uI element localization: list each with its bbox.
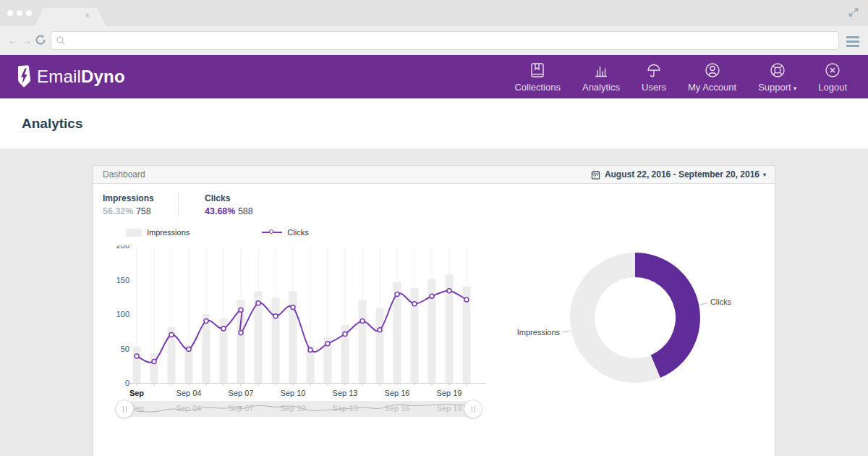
svg-text:Sep 10: Sep 10 <box>281 389 306 397</box>
svg-text:Clicks: Clicks <box>710 297 732 306</box>
account-icon <box>704 62 721 79</box>
nav-label: Support▾ <box>758 82 796 93</box>
page-title: Analytics <box>22 116 82 132</box>
nav-label: Analytics <box>582 82 620 93</box>
svg-text:Sep 16: Sep 16 <box>385 389 410 397</box>
nav-menu: Collections Analytics Users M <box>503 62 858 93</box>
slider-tick-label: Sep 07 <box>229 404 254 413</box>
bolt-pin-icon <box>14 65 33 88</box>
nav-label: Logout <box>818 82 847 93</box>
drag-handle-icon <box>123 406 127 413</box>
stat-clicks: Clicks 43.68% 588 <box>192 193 267 216</box>
nav-item-my-account[interactable]: My Account <box>677 62 747 93</box>
slider-tick-label: Sep 16 <box>385 404 410 413</box>
date-range-label: August 22, 2016 - September 20, 2016 <box>605 169 760 180</box>
window-dot-icon[interactable] <box>26 10 32 16</box>
bar-chart-icon <box>592 62 610 79</box>
reload-icon[interactable] <box>34 33 47 46</box>
svg-text:Sep 04: Sep 04 <box>176 389 202 397</box>
dashboard-card: Dashboard August 22, 2016 - September 20… <box>93 165 775 456</box>
stats-summary: Impressions 56.32% 758 Clicks 43.68% 588 <box>103 193 267 216</box>
nav-item-users[interactable]: Users <box>631 62 677 93</box>
stat-impressions: Impressions 56.32% 758 <box>103 193 178 216</box>
date-range-picker[interactable]: August 22, 2016 - September 20, 2016 ▾ <box>591 169 766 180</box>
stat-percent: 56.32% <box>103 206 133 216</box>
browser-tab[interactable]: × <box>35 8 106 26</box>
slider-tick-label: Sep 04 <box>176 404 202 413</box>
back-button-icon[interactable]: ← <box>7 34 18 47</box>
page-content: Dashboard August 22, 2016 - September 20… <box>0 148 868 456</box>
page-header: Analytics <box>0 98 868 148</box>
slider-handle-left[interactable] <box>115 400 134 418</box>
collections-icon <box>529 62 546 79</box>
window-dot-icon[interactable] <box>17 10 22 16</box>
nav-item-logout[interactable]: Logout <box>807 62 858 93</box>
chevron-down-icon: ▾ <box>763 172 766 178</box>
stat-label: Clicks <box>205 193 267 203</box>
nav-label: My Account <box>688 82 736 93</box>
slider-tick-label: Sep 19 <box>437 404 462 413</box>
slider-handle-right[interactable] <box>464 400 482 418</box>
nav-label: Users <box>642 82 666 93</box>
line-swatch-icon <box>262 232 282 233</box>
app-navbar: EmailDyno Collections Analytics <box>0 55 868 98</box>
legend-item-impressions[interactable]: Impressions <box>126 228 190 237</box>
logout-icon <box>824 62 841 79</box>
window-controls[interactable] <box>7 10 32 16</box>
nav-label: Collections <box>514 82 561 93</box>
range-slider[interactable]: SepSep 04Sep 07Sep 10Sep 13Sep 16Sep 19 <box>116 401 480 417</box>
lifebuoy-icon <box>769 62 786 79</box>
svg-text:Sep 07: Sep 07 <box>229 389 254 397</box>
combo-chart: 050100150200SepSep 04Sep 07Sep 10Sep 13S… <box>108 245 502 401</box>
chart-legend: Impressions Clicks <box>126 228 309 237</box>
search-icon <box>56 35 66 46</box>
forward-button-icon[interactable]: → <box>21 34 32 47</box>
divider <box>178 193 179 216</box>
chevron-down-icon: ▾ <box>793 85 797 92</box>
browser-top-bar: × <box>0 0 868 26</box>
stat-value: 758 <box>136 206 151 216</box>
svg-text:Impressions: Impressions <box>517 328 561 337</box>
svg-text:0: 0 <box>125 379 129 387</box>
svg-text:Sep 13: Sep 13 <box>333 389 358 397</box>
stat-label: Impressions <box>103 193 178 203</box>
address-input[interactable] <box>51 31 839 50</box>
svg-text:150: 150 <box>116 276 129 284</box>
slider-tick-label: Sep 10 <box>281 404 306 413</box>
nav-item-support[interactable]: Support▾ <box>747 62 807 93</box>
svg-text:Sep 19: Sep 19 <box>437 389 462 397</box>
svg-text:50: 50 <box>121 345 129 353</box>
legend-item-clicks[interactable]: Clicks <box>262 228 308 237</box>
brand-logo[interactable]: EmailDyno <box>14 65 125 88</box>
donut-chart: ClicksImpressions <box>498 238 776 397</box>
drag-handle-icon <box>472 406 475 413</box>
svg-text:100: 100 <box>116 310 129 318</box>
brand-name: EmailDyno <box>37 67 125 87</box>
legend-label: Impressions <box>147 228 190 237</box>
card-title: Dashboard <box>103 169 145 180</box>
browser-address-bar: ← → <box>0 26 868 55</box>
window-dot-icon[interactable] <box>7 10 13 16</box>
svg-text:200: 200 <box>116 245 129 250</box>
stat-percent: 43.68% <box>205 206 235 216</box>
calendar-icon <box>591 170 600 180</box>
close-tab-icon[interactable]: × <box>85 12 90 20</box>
card-header: Dashboard August 22, 2016 - September 20… <box>93 166 775 184</box>
nav-item-collections[interactable]: Collections <box>503 62 571 93</box>
slider-tick-label: Sep 13 <box>333 404 358 413</box>
bar-swatch-icon <box>126 229 142 237</box>
nav-item-analytics[interactable]: Analytics <box>571 62 631 93</box>
expand-window-icon[interactable] <box>848 7 859 18</box>
legend-label: Clicks <box>287 228 308 237</box>
umbrella-icon <box>645 62 663 79</box>
svg-text:Sep: Sep <box>129 389 144 397</box>
stat-value: 588 <box>238 206 253 216</box>
menu-icon[interactable] <box>846 36 859 49</box>
